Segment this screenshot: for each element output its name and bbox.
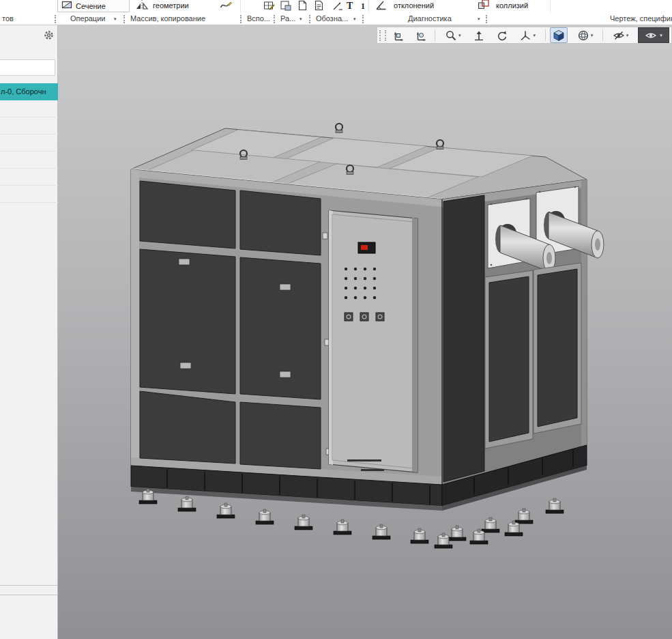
rotate-view-button[interactable] — [493, 27, 510, 43]
group-drag-handle[interactable] — [55, 15, 57, 23]
collisions-button[interactable]: коллизий — [496, 1, 528, 10]
orient-up-button[interactable] — [470, 27, 488, 43]
toolbar-drag-handle[interactable] — [379, 30, 386, 41]
model-control-door[interactable] — [329, 210, 418, 472]
group-label-diagnostics[interactable]: Диагностика — [408, 13, 452, 25]
panel-splitter[interactable] — [0, 585, 58, 586]
tree-row — [0, 117, 58, 134]
door-switches[interactable] — [345, 313, 384, 321]
plane-view-button[interactable] — [413, 27, 430, 43]
ribbon-separator — [240, 0, 241, 13]
group-drag-handle[interactable] — [274, 15, 276, 23]
tree-row — [0, 100, 58, 117]
chevron-down-icon[interactable]: ▾ — [458, 33, 461, 38]
tree-row — [0, 186, 58, 203]
isometric-view-button[interactable] — [550, 27, 568, 43]
projection-curve-icon[interactable] — [220, 0, 233, 12]
mirror-geometry-button[interactable]: геометрии — [153, 1, 189, 10]
group-drag-handle[interactable] — [240, 15, 242, 23]
orientation-axes-button[interactable]: ▾ — [514, 27, 540, 43]
group-label-array-copy[interactable]: Массив, копирование — [130, 13, 205, 25]
text-tool-icon[interactable]: T — [347, 1, 353, 12]
toolbar-separator — [435, 29, 435, 41]
tree-row — [0, 134, 58, 152]
group-label-drawing-spec[interactable]: Чертеж, специфик — [610, 13, 672, 25]
door-display — [358, 242, 375, 253]
viewport-toolbar: ▾ ▾ — [377, 27, 672, 44]
deviations-icon — [375, 0, 388, 12]
ribbon-separator — [550, 0, 551, 13]
app-window: Сечение геометрии — [0, 0, 672, 639]
chevron-down-icon[interactable]: ▾ — [533, 33, 536, 38]
roughness-icon[interactable] — [263, 0, 276, 12]
chevron-down-icon[interactable]: ▾ — [300, 13, 302, 25]
section-icon — [61, 0, 72, 10]
gear-icon[interactable] — [44, 30, 54, 40]
3d-viewport[interactable]: ▾ ▾ — [58, 25, 672, 639]
chevron-down-icon[interactable]: ▾ — [478, 13, 480, 25]
3d-model[interactable] — [58, 25, 672, 639]
hide-objects-button[interactable]: ▾ — [607, 27, 633, 43]
leader-line-icon[interactable] — [332, 0, 344, 12]
model-right-face[interactable] — [442, 180, 604, 485]
group-label-annotations[interactable]: Обозна... — [316, 13, 348, 25]
ribbon-separator — [368, 0, 369, 13]
group-label-layout[interactable]: Ра... — [280, 13, 295, 25]
tree-row — [0, 169, 58, 186]
tree-filter-input[interactable] — [0, 59, 55, 76]
mirror-geometry-icon[interactable] — [135, 0, 149, 11]
chevron-down-icon[interactable]: ▾ — [353, 13, 356, 25]
tree-selected-item[interactable]: л-0, Сборочн — [0, 83, 58, 100]
datum-icon[interactable] — [280, 0, 292, 12]
panel-splitter[interactable] — [0, 595, 58, 595]
group-drag-handle[interactable] — [486, 15, 488, 23]
collisions-icon — [478, 0, 491, 12]
deviations-button[interactable]: отклонений — [394, 1, 434, 10]
group-drag-handle[interactable] — [309, 15, 311, 23]
chevron-down-icon[interactable]: ▾ — [591, 33, 594, 38]
chevron-down-icon[interactable]: ▾ — [114, 13, 117, 25]
group-label-components[interactable]: тов — [2, 13, 14, 25]
toolbar-separator — [545, 29, 546, 41]
document-icon[interactable] — [296, 0, 308, 12]
visibility-mode-button[interactable]: ▾ — [638, 27, 669, 43]
group-drag-handle[interactable] — [362, 15, 364, 23]
toolbar-separator — [602, 29, 603, 41]
display-style-button[interactable]: ▾ — [572, 27, 598, 43]
tree-row — [0, 152, 58, 169]
position-number-icon[interactable]: 1 — [361, 1, 365, 12]
normal-to-plane-button[interactable] — [390, 27, 408, 43]
group-label-operations[interactable]: Операции — [70, 13, 105, 25]
section-button[interactable]: Сечение — [57, 0, 130, 12]
ribbon-button-row: Сечение геометрии — [0, 0, 672, 13]
group-label-auxiliary[interactable]: Вспо... — [247, 13, 270, 25]
section-button-label: Сечение — [76, 2, 106, 10]
document-lines-icon[interactable] — [312, 0, 325, 12]
chevron-down-icon[interactable]: ▾ — [626, 33, 629, 38]
chevron-down-icon[interactable]: ▾ — [660, 33, 662, 38]
model-tree-panel: л-0, Сборочн — [0, 25, 58, 639]
group-drag-handle[interactable] — [123, 15, 126, 23]
eye-icon — [645, 29, 657, 42]
ribbon-group-row: тов Операции ▾ Массив, копирование Вспо.… — [0, 13, 672, 25]
zoom-button[interactable]: ▾ — [440, 27, 466, 43]
